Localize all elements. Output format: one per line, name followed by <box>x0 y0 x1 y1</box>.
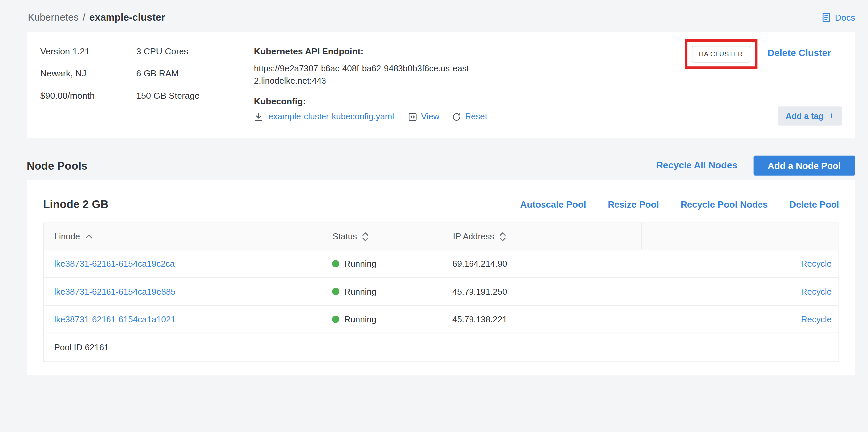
api-endpoint-label: Kubernetes API Endpoint: <box>254 40 514 63</box>
kubeconfig-label: Kubeconfig: <box>254 95 514 108</box>
docs-link[interactable]: Docs <box>820 12 855 23</box>
spec-cpu: 3 CPU Cores <box>136 40 254 63</box>
recycle-node-button[interactable]: Recycle <box>801 259 832 268</box>
add-tag-button[interactable]: Add a tag + <box>778 106 842 125</box>
kubeconfig-download-link[interactable]: example-cluster-kubeconfig.yaml <box>254 112 394 122</box>
node-pool-card: Linode 2 GB Autoscale Pool Resize Pool R… <box>27 181 856 375</box>
running-status-dot-icon <box>332 288 339 295</box>
column-header-ip-label: IP Address <box>453 231 494 241</box>
status-cell: Running <box>321 286 442 296</box>
endpoint-column: Kubernetes API Endpoint: https://9e2a730… <box>254 40 514 138</box>
table-header-row: Linode Status IP Address <box>44 223 839 250</box>
ip-cell: 69.164.214.90 <box>442 259 641 269</box>
plus-icon: + <box>829 111 835 121</box>
api-endpoint-url: https://9e2a7307-b6ac-408f-ba62-9483b0b3… <box>254 63 503 87</box>
delete-cluster-button[interactable]: Delete Cluster <box>768 47 831 60</box>
kubeconfig-view-button[interactable]: View <box>408 112 440 122</box>
status-cell: Running <box>321 314 442 324</box>
ip-cell: 45.79.138.221 <box>442 314 641 324</box>
top-bar: Kubernetes / example-cluster Docs <box>0 0 868 32</box>
view-label: View <box>421 112 440 122</box>
linode-link[interactable]: lke38731-62161-6154ca1a1021 <box>54 314 176 323</box>
linode-cell: lke38731-62161-6154ca19c2ca <box>44 259 322 269</box>
table-row: lke38731-62161-6154ca1a1021 Running 45.7… <box>44 306 839 333</box>
column-header-actions <box>641 223 839 249</box>
code-box-icon <box>408 112 417 121</box>
linode-cell: lke38731-62161-6154ca19e885 <box>44 286 322 296</box>
node-pools-title: Node Pools <box>27 159 88 172</box>
status-label: Running <box>344 314 376 324</box>
recycle-node-button[interactable]: Recycle <box>801 286 832 296</box>
add-node-pool-button[interactable]: Add a Node Pool <box>753 156 856 176</box>
pool-card-header: Linode 2 GB Autoscale Pool Resize Pool R… <box>43 197 839 211</box>
resize-pool-button[interactable]: Resize Pool <box>608 199 659 210</box>
chevron-up-icon <box>85 234 92 239</box>
kubeconfig-reset-button[interactable]: Reset <box>452 112 488 122</box>
pool-id-footer: Pool ID 62161 <box>44 333 839 361</box>
row-action-cell: Recycle <box>641 259 839 269</box>
row-action-cell: Recycle <box>641 286 839 296</box>
spec-region: Newark, NJ <box>40 63 136 85</box>
recycle-pool-nodes-button[interactable]: Recycle Pool Nodes <box>681 199 768 210</box>
recycle-node-button[interactable]: Recycle <box>801 314 832 323</box>
spec-storage: 150 GB Storage <box>136 85 254 107</box>
linode-link[interactable]: lke38731-62161-6154ca19c2ca <box>54 259 175 268</box>
linode-cell: lke38731-62161-6154ca1a1021 <box>44 314 322 324</box>
delete-pool-button[interactable]: Delete Pool <box>789 199 839 210</box>
add-tag-label: Add a tag <box>786 111 824 120</box>
ip-cell: 45.79.191.250 <box>442 286 641 296</box>
spec-ram: 6 GB RAM <box>136 63 254 85</box>
spec-version: Version 1.21 <box>40 40 136 63</box>
row-action-cell: Recycle <box>641 314 839 324</box>
refresh-icon <box>452 112 461 121</box>
table-row: lke38731-62161-6154ca19e885 Running 45.7… <box>44 278 839 306</box>
column-header-linode[interactable]: Linode <box>44 223 322 249</box>
spec-price: $90.00/month <box>40 85 136 107</box>
page: Kubernetes / example-cluster Docs Versio… <box>0 0 868 432</box>
breadcrumb-cluster-name: example-cluster <box>89 11 165 23</box>
kubeconfig-row: example-cluster-kubeconfig.yaml View Res… <box>254 111 514 122</box>
node-pools-actions: Recycle All Nodes Add a Node Pool <box>656 156 855 176</box>
chevron-up-down-icon <box>362 232 369 241</box>
pool-actions: Autoscale Pool Resize Pool Recycle Pool … <box>520 199 839 210</box>
breadcrumb-kubernetes-link[interactable]: Kubernetes <box>28 11 79 23</box>
status-label: Running <box>344 259 376 269</box>
status-cell: Running <box>321 259 442 269</box>
pool-name: Linode 2 GB <box>43 197 108 211</box>
kubeconfig-filename: example-cluster-kubeconfig.yaml <box>269 112 394 122</box>
breadcrumb: Kubernetes / example-cluster <box>28 11 165 23</box>
specs-column-2: 3 CPU Cores 6 GB RAM 150 GB Storage <box>136 40 254 138</box>
table-row: lke38731-62161-6154ca19c2ca Running 69.1… <box>44 250 839 278</box>
node-pools-header: Node Pools Recycle All Nodes Add a Node … <box>27 156 856 176</box>
specs-column-1: Version 1.21 Newark, NJ $90.00/month <box>40 40 136 138</box>
linode-link[interactable]: lke38731-62161-6154ca19e885 <box>54 286 176 296</box>
breadcrumb-separator: / <box>83 11 85 23</box>
chevron-up-down-icon <box>499 232 506 241</box>
cluster-summary-card: Version 1.21 Newark, NJ $90.00/month 3 C… <box>27 32 856 138</box>
autoscale-pool-button[interactable]: Autoscale Pool <box>520 199 586 210</box>
column-header-ip[interactable]: IP Address <box>442 223 641 249</box>
vertical-divider <box>401 111 401 122</box>
running-status-dot-icon <box>332 315 339 323</box>
recycle-all-nodes-button[interactable]: Recycle All Nodes <box>656 160 737 171</box>
status-label: Running <box>344 286 376 296</box>
node-table: Linode Status IP Address <box>43 223 839 362</box>
reset-label: Reset <box>465 112 488 122</box>
column-header-status[interactable]: Status <box>321 223 442 249</box>
pool-id-label: Pool ID 62161 <box>54 342 109 352</box>
ha-cluster-badge: HA CLUSTER <box>692 46 750 62</box>
column-header-linode-label: Linode <box>54 231 80 241</box>
document-icon <box>820 12 831 23</box>
annotation-highlight-box: HA CLUSTER <box>684 39 757 69</box>
docs-label: Docs <box>835 12 856 23</box>
column-header-status-label: Status <box>333 231 357 241</box>
running-status-dot-icon <box>332 260 339 268</box>
download-icon <box>254 112 264 121</box>
